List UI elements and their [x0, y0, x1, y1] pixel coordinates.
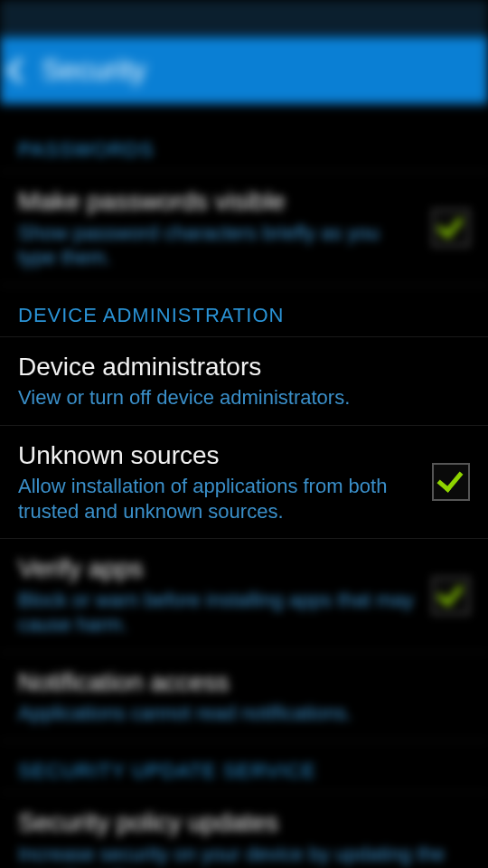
item-title: Notification access — [18, 667, 459, 698]
item-security-policy-updates[interactable]: Security policy updates Increase securit… — [0, 793, 488, 868]
item-desc: Applications cannot read notifications. — [18, 701, 459, 726]
item-text: Device administrators View or turn off d… — [18, 352, 470, 410]
item-desc: Allow installation of applications from … — [18, 474, 421, 524]
item-title: Device administrators — [18, 352, 459, 382]
item-text: Security policy updates Increase securit… — [18, 807, 470, 868]
item-desc: Block or warn before installing apps tha… — [18, 588, 421, 637]
item-unknown-sources[interactable]: Unknown sources Allow installation of ap… — [0, 426, 488, 540]
item-verify-apps[interactable]: Verify apps Block or warn before install… — [0, 539, 488, 653]
item-device-administrators[interactable]: Device administrators View or turn off d… — [0, 337, 488, 426]
settings-list: PASSWORDS Make passwords visible Show pa… — [0, 104, 488, 868]
item-desc: Increase security on your device by upda… — [18, 842, 459, 868]
item-notification-access[interactable]: Notification access Applications cannot … — [0, 653, 488, 741]
back-icon — [7, 57, 33, 82]
item-title: Make passwords visible — [18, 186, 421, 217]
item-text: Verify apps Block or warn before install… — [18, 553, 432, 637]
status-bar — [0, 0, 488, 36]
item-title: Unknown sources — [18, 440, 421, 471]
checkbox-unknown-sources[interactable] — [432, 463, 470, 501]
item-title: Verify apps — [18, 553, 421, 584]
header-bar[interactable]: Security — [0, 36, 488, 104]
page-title: Security — [42, 53, 146, 87]
checkbox-passwords-visible[interactable] — [432, 209, 470, 247]
check-icon — [437, 212, 464, 239]
item-desc: Show password characters briefly as you … — [18, 221, 421, 270]
section-device-administration: DEVICE ADMINISTRATION — [0, 286, 488, 337]
item-make-passwords-visible[interactable]: Make passwords visible Show password cha… — [0, 172, 488, 286]
item-text: Unknown sources Allow installation of ap… — [18, 440, 432, 524]
item-text: Notification access Applications cannot … — [18, 667, 470, 726]
checkbox-verify-apps[interactable] — [432, 577, 470, 615]
check-icon — [437, 465, 464, 492]
item-title: Security policy updates — [18, 807, 459, 838]
item-text: Make passwords visible Show password cha… — [18, 186, 432, 270]
section-passwords: PASSWORDS — [0, 120, 488, 172]
check-icon — [437, 579, 464, 606]
section-security-update: SECURITY UPDATE SERVICE — [0, 741, 488, 793]
item-desc: View or turn off device administrators. — [18, 385, 459, 410]
spacer — [0, 104, 488, 120]
